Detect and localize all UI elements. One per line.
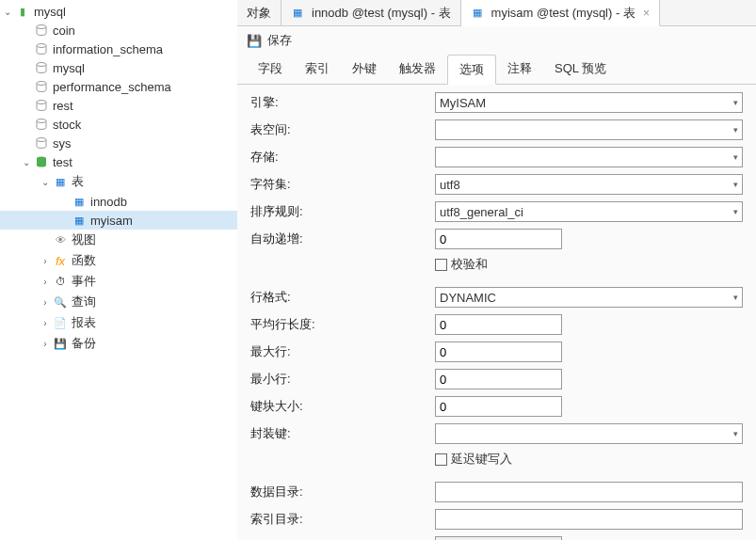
delay-checkbox[interactable] bbox=[435, 453, 447, 466]
event-icon: ⏱ bbox=[53, 274, 68, 289]
label-pack: 封装键: bbox=[250, 425, 435, 442]
label-maxrows: 最大行: bbox=[250, 343, 435, 360]
label-rowformat: 行格式: bbox=[250, 289, 435, 306]
tab-myisam[interactable]: ▦myisam @test (mysql) - 表× bbox=[461, 0, 660, 26]
database-icon bbox=[34, 79, 49, 94]
label-indexdir: 索引目录: bbox=[250, 511, 435, 528]
minrows-input[interactable] bbox=[435, 369, 562, 389]
storage-dropdown[interactable]: ▾ bbox=[435, 147, 743, 167]
top-tab-strip: 对象 ▦innodb @test (mysql) - 表 ▦myisam @te… bbox=[237, 0, 756, 26]
rowformat-dropdown[interactable]: DYNAMIC▾ bbox=[435, 287, 743, 308]
tree-queries[interactable]: ›🔍查询 bbox=[0, 292, 237, 312]
indexdir-input[interactable] bbox=[435, 509, 743, 530]
tree-reports[interactable]: ›📄报表 bbox=[0, 312, 237, 333]
tree-db-stock[interactable]: stock bbox=[0, 115, 237, 134]
svg-point-4 bbox=[37, 101, 46, 104]
autoinc-input[interactable] bbox=[435, 229, 562, 249]
subtab-fks[interactable]: 外键 bbox=[341, 55, 388, 84]
label-keyblock: 键块大小: bbox=[250, 398, 435, 415]
expand-icon[interactable]: › bbox=[40, 318, 51, 328]
database-icon bbox=[34, 117, 49, 132]
tab-innodb[interactable]: ▦innodb @test (mysql) - 表 bbox=[281, 0, 461, 25]
tab-objects[interactable]: 对象 bbox=[237, 0, 281, 25]
tree-functions[interactable]: ›fx函数 bbox=[0, 250, 237, 271]
tree-tables-node[interactable]: ⌄▦表 bbox=[0, 171, 237, 192]
tree-db-sys[interactable]: sys bbox=[0, 134, 237, 152]
datadir-input[interactable] bbox=[435, 482, 743, 502]
expand-icon[interactable]: › bbox=[40, 277, 51, 287]
tree-events[interactable]: ›⏱事件 bbox=[0, 271, 237, 292]
expand-icon[interactable]: › bbox=[40, 339, 51, 349]
label-collation: 排序规则: bbox=[250, 203, 435, 220]
subtab-triggers[interactable]: 触发器 bbox=[388, 55, 447, 84]
table-icon: ▦ bbox=[72, 213, 87, 228]
label-checksum: 校验和 bbox=[451, 256, 488, 273]
chevron-down-icon: ▾ bbox=[733, 207, 738, 216]
label-minrows: 最小行: bbox=[250, 371, 435, 388]
subtab-comment[interactable]: 注释 bbox=[496, 55, 543, 84]
view-icon: 👁 bbox=[53, 232, 68, 247]
svg-point-0 bbox=[37, 25, 46, 29]
tree-db-test[interactable]: ⌄test bbox=[0, 152, 237, 171]
report-icon: 📄 bbox=[53, 315, 68, 330]
tree-db-rest[interactable]: rest bbox=[0, 96, 237, 115]
tree-table-myisam[interactable]: ▦myisam bbox=[0, 211, 237, 230]
collapse-icon[interactable]: ⌄ bbox=[21, 157, 32, 167]
svg-point-1 bbox=[37, 44, 46, 48]
save-button[interactable]: 保存 bbox=[267, 32, 292, 49]
engine-dropdown[interactable]: MyISAM▾ bbox=[435, 92, 743, 113]
label-engine: 引擎: bbox=[250, 94, 435, 111]
table-icon: ▦ bbox=[72, 194, 87, 209]
subtab-indexes[interactable]: 索引 bbox=[294, 55, 341, 84]
keyblock-input[interactable] bbox=[435, 396, 562, 417]
label-delay: 延迟键写入 bbox=[451, 451, 512, 468]
subtab-fields[interactable]: 字段 bbox=[247, 55, 294, 84]
save-icon: 💾 bbox=[247, 33, 262, 48]
database-icon bbox=[34, 135, 49, 151]
pack-dropdown[interactable]: ▾ bbox=[435, 423, 743, 444]
function-icon: fx bbox=[53, 253, 68, 268]
label-charset: 字符集: bbox=[250, 176, 435, 193]
collapse-icon[interactable]: ⌄ bbox=[2, 7, 13, 17]
subtab-sql[interactable]: SQL 预览 bbox=[543, 55, 618, 84]
database-icon bbox=[34, 23, 49, 38]
backup-icon: 💾 bbox=[53, 336, 68, 351]
tree-backup[interactable]: ›💾备份 bbox=[0, 333, 237, 354]
collapse-icon[interactable]: ⌄ bbox=[40, 177, 51, 187]
charset-dropdown[interactable]: utf8▾ bbox=[435, 174, 743, 195]
label-storage: 存储: bbox=[250, 149, 435, 166]
tree-table-innodb[interactable]: ▦innodb bbox=[0, 192, 237, 211]
tree-db-information-schema[interactable]: information_schema bbox=[0, 40, 237, 58]
expand-icon[interactable]: › bbox=[40, 297, 51, 308]
chevron-down-icon: ▾ bbox=[733, 429, 738, 438]
tree-views[interactable]: 👁视图 bbox=[0, 230, 237, 250]
chevron-down-icon: ▾ bbox=[733, 98, 738, 107]
svg-point-3 bbox=[37, 82, 46, 86]
expand-icon[interactable]: › bbox=[40, 256, 51, 266]
collation-dropdown[interactable]: utf8_general_ci▾ bbox=[435, 201, 743, 222]
chevron-down-icon: ▾ bbox=[733, 293, 738, 302]
svg-point-6 bbox=[37, 138, 46, 142]
sidebar: ⌄ ▮ mysql coin information_schema mysql … bbox=[0, 0, 237, 540]
maxrows-input[interactable] bbox=[435, 341, 562, 362]
options-form: 引擎:MyISAM▾ 表空间:▾ 存储:▾ 字符集:utf8▾ 排序规则:utf… bbox=[237, 85, 756, 540]
avgrow-input[interactable] bbox=[435, 314, 562, 335]
tables-icon: ▦ bbox=[53, 174, 68, 189]
checksum-checkbox[interactable] bbox=[435, 259, 447, 271]
chevron-down-icon: ▾ bbox=[733, 125, 738, 135]
svg-point-2 bbox=[37, 63, 46, 67]
subtab-options[interactable]: 选项 bbox=[447, 55, 496, 85]
tablespace-dropdown[interactable]: ▾ bbox=[435, 119, 743, 140]
label-tablespace: 表空间: bbox=[250, 121, 435, 138]
tree-db-performance-schema[interactable]: performance_schema bbox=[0, 77, 237, 96]
database-icon bbox=[34, 60, 49, 75]
tree-server[interactable]: ⌄ ▮ mysql bbox=[0, 2, 237, 21]
label-avgrow: 平均行长度: bbox=[250, 316, 435, 333]
close-icon[interactable]: × bbox=[643, 7, 650, 20]
tree-db-mysql[interactable]: mysql bbox=[0, 58, 237, 77]
database-open-icon bbox=[34, 154, 49, 169]
tree-db-coin[interactable]: coin bbox=[0, 21, 237, 40]
table-icon: ▦ bbox=[291, 7, 304, 20]
label-autoinc: 自动递增: bbox=[250, 230, 435, 247]
partition-button[interactable]: 分割区 bbox=[435, 536, 562, 540]
